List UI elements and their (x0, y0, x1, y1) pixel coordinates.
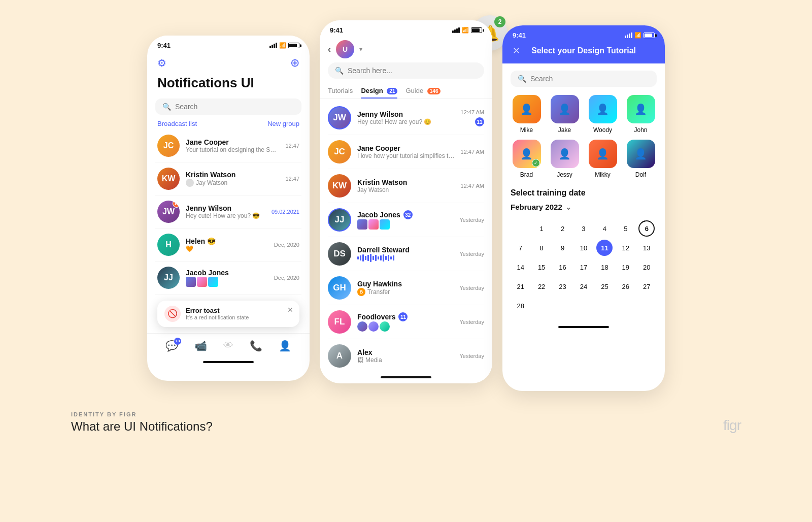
cal-day-18[interactable]: 18 (596, 259, 613, 275)
chat-item-guy[interactable]: GH Guy Hawkins B Transfer Yesterday (328, 271, 484, 305)
cal-day-28[interactable]: 28 (513, 298, 529, 314)
cal-day-15[interactable]: 15 (533, 259, 550, 275)
cal-day-16[interactable]: 16 (555, 259, 571, 275)
tab-badge-guide: 146 (427, 88, 441, 94)
video-nav-icon[interactable]: 📹 (194, 340, 207, 352)
tutor-name: Woody (593, 126, 612, 134)
cal-day-12[interactable]: 12 (618, 240, 634, 256)
cal-day-21[interactable]: 21 (513, 278, 529, 295)
cal-day-13[interactable]: 13 (638, 240, 655, 256)
tab-guide[interactable]: Guide 146 (405, 84, 441, 99)
cal-day-5[interactable]: 5 (618, 220, 634, 237)
add-circle-icon[interactable]: ⊕ (290, 56, 299, 70)
home-indicator (203, 361, 254, 363)
cal-day-17[interactable]: 17 (576, 259, 592, 275)
close-button[interactable]: ✕ (513, 45, 520, 56)
call-nav-icon[interactable]: 📞 (250, 340, 262, 352)
tutor-dolf[interactable]: 👤 Dolf (625, 140, 657, 178)
training-date-title: Select training date (502, 186, 665, 203)
chat-item-jane[interactable]: JC Jane Cooper Your tutorial on designin… (155, 129, 301, 162)
search-input[interactable] (530, 75, 650, 83)
chat-item-jenny2[interactable]: JW Jenny Wilson Hey cute! How are you? 😊… (328, 101, 484, 135)
cal-day-9[interactable]: 9 (555, 240, 571, 256)
search-input[interactable] (348, 67, 477, 75)
chat-item-foodlovers[interactable]: FL Foodlovers 11 (328, 305, 484, 339)
broadcast-label[interactable]: Broadcast list (157, 120, 197, 127)
thumb (186, 277, 196, 287)
cal-day-26[interactable]: 26 (618, 278, 634, 295)
unread-badge: 11 (398, 312, 408, 321)
cal-day-24[interactable]: 24 (576, 278, 592, 295)
tutor-john[interactable]: 👤 John (625, 95, 657, 134)
chat-item-jane2[interactable]: JC Jane Cooper I love how your tutorial … (328, 135, 484, 169)
chat-item-kristin[interactable]: KW Kristin Watson Jay Watson 12:47 (155, 162, 301, 195)
error-toast: 🚫 Error toast It's a red notification st… (157, 301, 299, 327)
phone2-search-bar[interactable]: 🔍 (328, 62, 484, 79)
tutor-jake[interactable]: 👤 Jake (549, 95, 581, 134)
cal-day-23[interactable]: 23 (555, 278, 571, 295)
tutor-jessy[interactable]: 👤 Jessy (549, 140, 581, 178)
cal-day-4[interactable]: 4 (596, 220, 613, 237)
tutor-name: Dolf (635, 171, 646, 178)
phone2-time: 9:41 (330, 26, 343, 34)
sub-avatar (186, 179, 194, 187)
chat-item-jacob2[interactable]: JJ Jacob Jones 32 (328, 203, 484, 237)
nav-badge: 13 (174, 338, 181, 345)
phone2-wrapper: 🔔 2 9:41 📶 ‹ U ▾ (320, 20, 492, 383)
chat-nav-icon[interactable]: 💬 13 (165, 340, 178, 352)
tutor-mikky[interactable]: 👤 Mikky (587, 140, 619, 178)
chat-preview: B Transfer (357, 288, 453, 296)
tutor-brad[interactable]: 👤 ✓ Brad (511, 140, 543, 178)
cal-day-22[interactable]: 22 (533, 278, 550, 295)
phone1-search-bar[interactable]: 🔍 (155, 99, 301, 115)
tutor-mike[interactable]: 👤 Mike (511, 95, 543, 134)
phone3-body: 🔍 👤 Mike 👤 Jake 👤 Woody 👤 Jo (502, 71, 665, 323)
chat-item-helen[interactable]: H Helen 😎 🧡 Dec, 2020 (155, 229, 301, 262)
cal-day-2[interactable]: 2 (555, 220, 571, 237)
cal-day-11[interactable]: 11 (596, 240, 613, 256)
avatar-jenny2: JW (328, 106, 351, 129)
avatar-jessy: 👤 (551, 140, 579, 168)
phone1-title: Notifications UI (147, 74, 310, 99)
phone3-time: 9:41 (513, 31, 526, 39)
chat-info-guy: Guy Hawkins B Transfer (357, 280, 453, 296)
cal-day-6[interactable]: 6 (638, 220, 655, 237)
dropdown-arrow[interactable]: ▾ (359, 46, 362, 53)
avatar-jacob: JJ (157, 267, 180, 289)
tab-tutorials[interactable]: Tutorials (328, 84, 353, 99)
tutor-woody[interactable]: 👤 Woody (587, 95, 619, 134)
chat-item-jenny[interactable]: JW 12 Jenny Wilson Hey cute! How are you… (155, 195, 301, 229)
search-input[interactable] (175, 103, 294, 111)
eye-nav-icon[interactable]: 👁 (223, 340, 233, 351)
chat-item-darrell[interactable]: DS Darrell Steward Yesterday (328, 237, 484, 271)
chat-meta: Dec, 2020 (274, 275, 299, 281)
cal-day-25[interactable]: 25 (596, 278, 613, 295)
thumb (368, 219, 379, 230)
wifi-icon: 📶 (279, 42, 286, 49)
gear-icon[interactable]: ⚙ (157, 57, 166, 69)
toast-close-button[interactable]: ✕ (287, 306, 293, 314)
calendar-dropdown[interactable]: ⌄ (565, 203, 571, 211)
unread-badge: 11 (475, 117, 484, 126)
cal-day-27[interactable]: 27 (638, 278, 655, 295)
chat-item-kristin2[interactable]: KW Kristin Watson Jay Watson 12:47 AM (328, 169, 484, 203)
toast-title: Error toast (186, 307, 249, 314)
cal-day-3[interactable]: 3 (576, 220, 592, 237)
chat-item-alex[interactable]: A Alex 🖼 Media Yesterday (328, 339, 484, 373)
cal-day-10[interactable]: 10 (576, 240, 592, 256)
profile-nav-icon[interactable]: 👤 (279, 340, 291, 352)
cal-day-7[interactable]: 7 (513, 240, 529, 256)
signal-icon (269, 43, 277, 48)
cal-day-1[interactable]: 1 (533, 220, 550, 237)
check-badge: ✓ (532, 159, 540, 167)
cal-day-20[interactable]: 20 (638, 259, 655, 275)
chat-item-jacob[interactable]: JJ Jacob Jones Dec, 2020 (155, 262, 301, 295)
cal-day-14[interactable]: 14 (513, 259, 529, 275)
tab-design[interactable]: Design 21 (361, 84, 397, 99)
chat-info-jacob2: Jacob Jones 32 (357, 210, 453, 230)
cal-day-19[interactable]: 19 (618, 259, 634, 275)
phone3-search-bar[interactable]: 🔍 (511, 71, 657, 87)
cal-day-8[interactable]: 8 (533, 240, 550, 256)
new-group-label[interactable]: New group (267, 120, 299, 127)
back-button[interactable]: ‹ (328, 44, 331, 55)
